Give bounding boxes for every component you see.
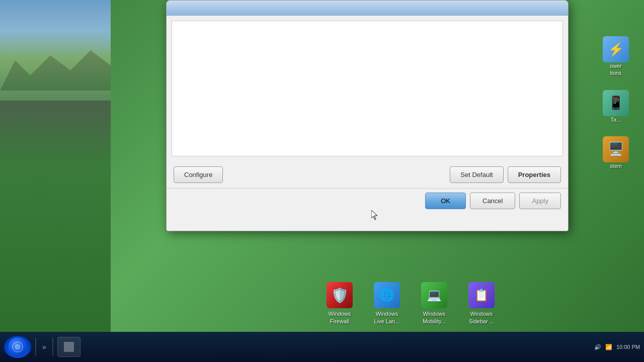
dialog-action-buttons-row: Configure Set Default Properties [167, 161, 568, 188]
windows-firewall-icon: 🛡️ [327, 282, 353, 308]
windows-sidebar-icon: 📋 [468, 282, 495, 308]
windows-mobility-label: WindowsMobility... [423, 310, 446, 325]
start-button[interactable] [4, 336, 31, 358]
desktop-icon-windows-sidebar[interactable]: 📋 WindowsSidebar ... [459, 280, 504, 327]
dialog-window: Configure Set Default Properties OK Canc… [166, 0, 569, 231]
start-orb-icon [8, 337, 27, 356]
speaker-icon: 🔊 [594, 344, 601, 350]
system-icon: 🖥️ [603, 136, 629, 162]
left-panel [0, 0, 111, 332]
taskbar-open-item[interactable] [57, 337, 80, 357]
tablet-label: Ta... [611, 116, 621, 123]
desktop-icon-system[interactable]: 🖥️ stem [596, 134, 636, 171]
taskbar: » 🔊 📶 10:00 PM [0, 332, 644, 362]
dialog-titlebar [167, 1, 568, 16]
desktop-icon-windows-live-lan[interactable]: 🌐 WindowsLive Lan... [364, 280, 410, 327]
desktop: Configure Set Default Properties OK Canc… [0, 0, 644, 362]
right-edge-icons-panel: ⚡ owertions 📱 Ta... 🖥️ stem [594, 30, 644, 179]
clock: 10:00 PM [616, 344, 640, 350]
tablet-icon: 📱 [603, 90, 629, 116]
windows-live-lan-label: WindowsLive Lan... [374, 310, 400, 325]
desktop-icon-windows-mobility[interactable]: 💻 WindowsMobility... [412, 280, 457, 327]
desktop-icon-power-options[interactable]: ⚡ owertions [596, 34, 636, 79]
dialog-footer: OK Cancel Apply [167, 188, 568, 213]
system-label: stem [610, 162, 622, 169]
desktop-icon-windows-firewall[interactable]: 🛡️ WindowsFirewall [317, 280, 362, 327]
windows-live-lan-icon: 🌐 [374, 282, 400, 308]
taskbar-divider-1 [35, 338, 36, 356]
apply-button[interactable]: Apply [519, 193, 561, 209]
windows-sidebar-label: WindowsSidebar ... [469, 310, 494, 325]
taskbar-quick-launch-arrow[interactable]: » [40, 341, 48, 353]
set-default-button[interactable]: Set Default [450, 166, 503, 183]
network-tray-icon: 📶 [605, 344, 612, 350]
windows-mobility-icon: 💻 [421, 282, 447, 308]
cancel-button[interactable]: Cancel [470, 193, 515, 209]
taskbar-divider-2 [52, 338, 53, 356]
properties-button[interactable]: Properties [508, 166, 561, 183]
system-tray: 🔊 📶 10:00 PM [594, 344, 640, 350]
desktop-icons-row: 🛡️ WindowsFirewall 🌐 WindowsLive Lan... … [317, 280, 639, 327]
taskbar-item-icon [64, 342, 74, 352]
svg-point-1 [15, 344, 21, 350]
desktop-icon-tablet[interactable]: 📱 Ta... [596, 88, 636, 125]
mountain-photo [0, 0, 111, 101]
configure-button[interactable]: Configure [174, 166, 223, 183]
windows-firewall-label: WindowsFirewall [329, 310, 351, 325]
power-options-label: owertions [610, 62, 622, 77]
power-options-icon: ⚡ [603, 36, 629, 62]
ok-button[interactable]: OK [425, 193, 466, 209]
dialog-content-area [172, 21, 563, 156]
